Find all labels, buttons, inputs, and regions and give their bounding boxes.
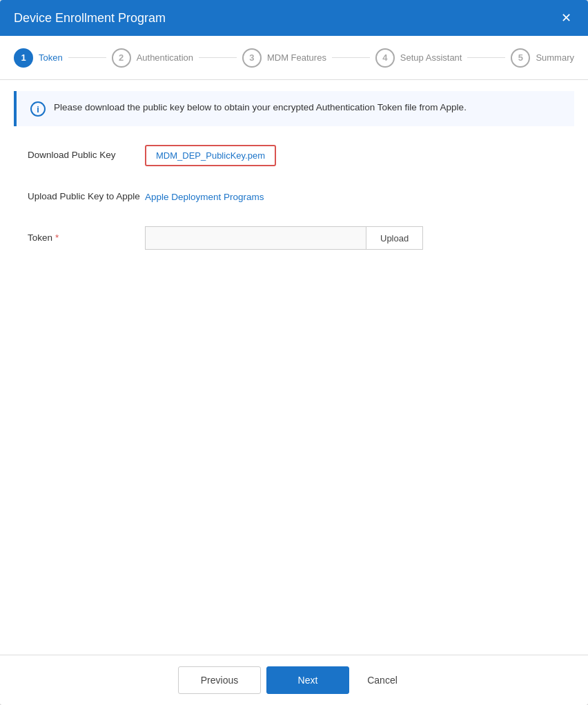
modal-footer: Previous Next Cancel: [0, 655, 588, 705]
step-divider-4: [467, 57, 505, 58]
token-row: Token* Upload: [28, 226, 560, 250]
token-label: Token*: [28, 232, 145, 245]
step-authentication[interactable]: 2 Authentication: [112, 48, 193, 68]
step-label-mdm-features: MDM Features: [267, 52, 326, 63]
step-summary[interactable]: 5 Summary: [511, 48, 574, 68]
token-required-indicator: *: [55, 232, 59, 243]
step-circle-3: 3: [242, 48, 262, 68]
step-setup-assistant[interactable]: 4 Setup Assistant: [375, 48, 462, 68]
step-circle-1: 1: [14, 48, 33, 68]
step-circle-4: 4: [375, 48, 395, 68]
token-input-group: Upload: [145, 226, 423, 250]
step-token[interactable]: 1 Token: [14, 48, 63, 68]
steps-bar: 1 Token 2 Authentication 3 MDM Features …: [0, 36, 588, 80]
step-mdm-features[interactable]: 3 MDM Features: [242, 48, 326, 68]
download-public-key-button[interactable]: MDM_DEP_PublicKey.pem: [145, 145, 276, 166]
apple-deployment-programs-link[interactable]: Apple Deployment Programs: [145, 192, 264, 202]
info-text: Please download the public key below to …: [54, 101, 467, 115]
form-area: Download Public Key MDM_DEP_PublicKey.pe…: [0, 126, 588, 284]
modal-dialog: Device Enrollment Program ✕ 1 Token 2 Au…: [0, 0, 588, 705]
step-label-summary: Summary: [536, 52, 574, 63]
token-input[interactable]: [145, 226, 366, 250]
modal-content: i Please download the public key below t…: [0, 80, 588, 655]
upload-button[interactable]: Upload: [366, 226, 423, 250]
info-banner: i Please download the public key below t…: [14, 91, 574, 126]
cancel-button[interactable]: Cancel: [355, 666, 410, 694]
step-divider-1: [68, 57, 106, 58]
download-public-key-row: Download Public Key MDM_DEP_PublicKey.pe…: [28, 143, 560, 168]
step-circle-5: 5: [511, 48, 530, 68]
info-icon: i: [30, 101, 46, 117]
previous-button[interactable]: Previous: [178, 666, 261, 694]
step-label-token: Token: [39, 52, 63, 63]
step-circle-2: 2: [112, 48, 131, 68]
download-public-key-label: Download Public Key: [28, 149, 145, 162]
modal-header: Device Enrollment Program ✕: [0, 0, 588, 36]
step-label-authentication: Authentication: [137, 52, 193, 63]
close-button[interactable]: ✕: [558, 10, 574, 26]
step-divider-2: [199, 57, 237, 58]
step-divider-3: [332, 57, 370, 58]
modal-title: Device Enrollment Program: [14, 11, 166, 26]
next-button[interactable]: Next: [266, 666, 349, 694]
upload-public-key-label: Upload Public Key to Apple: [28, 190, 145, 203]
upload-public-key-row: Upload Public Key to Apple Apple Deploym…: [28, 184, 560, 209]
step-label-setup-assistant: Setup Assistant: [400, 52, 462, 63]
